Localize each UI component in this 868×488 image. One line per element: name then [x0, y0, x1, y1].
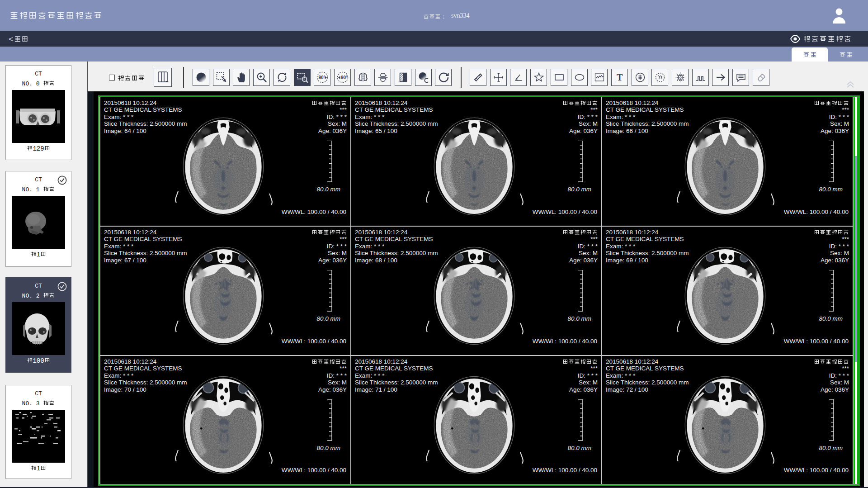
svg-text:T: T — [617, 72, 623, 82]
svg-text:90°: 90° — [318, 75, 325, 80]
svg-text:90°: 90° — [341, 75, 348, 80]
